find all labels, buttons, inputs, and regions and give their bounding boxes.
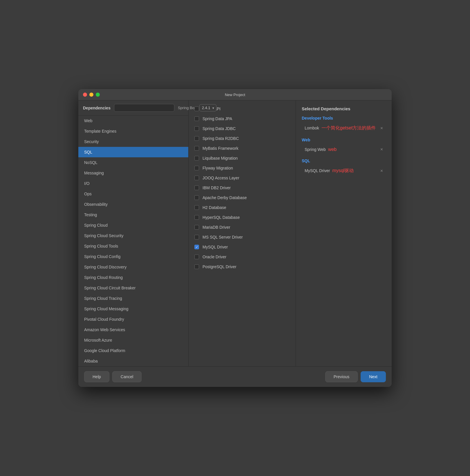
minimize-button[interactable]	[89, 93, 93, 97]
checkbox-spring-data-jpa[interactable]	[194, 116, 199, 121]
title-bar: New Project	[78, 89, 392, 100]
sidebar-item-spring-cloud-discovery[interactable]: Spring Cloud Discovery	[78, 262, 188, 272]
sidebar-item-spring-cloud-tracing[interactable]: Spring Cloud Tracing	[78, 293, 188, 304]
annotation-text: web	[328, 147, 337, 152]
dep-item-h2-database[interactable]: H2 Database	[189, 203, 296, 212]
version-select[interactable]: 2.4.1 2.4.0 2.3.7	[199, 104, 216, 111]
sidebar-item-observability[interactable]: Observability	[78, 199, 188, 210]
sidebar-item-google-cloud-platform[interactable]: Google Cloud Platform	[78, 345, 188, 356]
dep-item-spring-data-jdbc[interactable]: Spring Data JDBC	[189, 124, 296, 134]
dep-group-developer-tools: Developer ToolsLombok一个简化getset方法的插件×	[302, 116, 386, 133]
dep-item-spring-data-r2dbc[interactable]: Spring Data R2DBC	[189, 134, 296, 143]
dep-label-spring-data-jdbc: Spring Data JDBC	[203, 126, 236, 131]
dep-item-mysql-driver[interactable]: MySQL Driver	[189, 242, 296, 252]
checkbox-ibm-db2-driver[interactable]	[194, 185, 199, 190]
remove-dep-button[interactable]: ×	[380, 126, 383, 131]
sidebar-item-spring-cloud-config[interactable]: Spring Cloud Config	[78, 251, 188, 262]
checkbox-apache-derby-database[interactable]	[194, 195, 199, 200]
dep-item-liquibase-migration[interactable]: Liquibase Migration	[189, 153, 296, 163]
traffic-lights	[83, 93, 100, 97]
sidebar-item-ops[interactable]: Ops	[78, 189, 188, 199]
sidebar-item-io[interactable]: I/O	[78, 178, 188, 189]
sidebar-item-template-engines[interactable]: Template Engines	[78, 126, 188, 136]
sidebar-item-spring-cloud-security[interactable]: Spring Cloud Security	[78, 230, 188, 241]
dep-group-sql: SQLMySQL Drivermysql驱动×	[302, 158, 386, 176]
dep-item-apache-derby-database[interactable]: Apache Derby Database	[189, 193, 296, 203]
checkbox-jdbc-api[interactable]	[194, 107, 199, 111]
sidebar-item-spring-cloud-circuit-breaker[interactable]: Spring Cloud Circuit Breaker	[78, 283, 188, 293]
dep-label-jooq-access-layer: JOOQ Access Layer	[203, 176, 239, 180]
footer: Help Cancel Previous Next	[78, 366, 392, 387]
checkbox-jooq-access-layer[interactable]	[194, 176, 199, 180]
dep-item-spring-data-jpa[interactable]: Spring Data JPA	[189, 114, 296, 124]
remove-dep-button[interactable]: ×	[380, 147, 383, 152]
checkbox-ms-sql-server-driver[interactable]	[194, 235, 199, 239]
dep-item-postgresql-driver[interactable]: PostgreSQL Driver	[189, 262, 296, 272]
sidebar-item-sql[interactable]: SQL	[78, 147, 188, 157]
dep-group-name: Web	[302, 138, 386, 142]
checkbox-liquibase-migration[interactable]	[194, 156, 199, 161]
dep-label-flyway-migration: Flyway Migration	[203, 166, 233, 170]
next-button[interactable]: Next	[361, 371, 386, 382]
maximize-button[interactable]	[96, 93, 100, 97]
search-input[interactable]	[114, 104, 174, 112]
dep-item-jooq-access-layer[interactable]: JOOQ Access Layer	[189, 173, 296, 183]
version-select-wrapper: 2.4.1 2.4.0 2.3.7	[199, 104, 216, 111]
checkbox-spring-data-r2dbc[interactable]	[194, 136, 199, 141]
sidebar-item-web[interactable]: Web	[78, 116, 188, 126]
remove-dep-button[interactable]: ×	[380, 169, 383, 173]
dep-item-flyway-migration[interactable]: Flyway Migration	[189, 163, 296, 173]
sidebar-item-spring-cloud-tools[interactable]: Spring Cloud Tools	[78, 241, 188, 251]
sidebar-item-messaging[interactable]: Messaging	[78, 168, 188, 178]
deps-header: Dependencies 🔍 Spring Boot 2.4.1 2.4.0 2…	[78, 100, 188, 116]
sidebar-item-spring-cloud[interactable]: Spring Cloud	[78, 220, 188, 230]
sidebar-item-spring-cloud-messaging[interactable]: Spring Cloud Messaging	[78, 304, 188, 314]
close-button[interactable]	[83, 93, 87, 97]
sidebar-item-amazon-web-services[interactable]: Amazon Web Services	[78, 324, 188, 335]
checkbox-hypersql-database[interactable]	[194, 215, 199, 220]
selected-dep-tag: Spring Webweb×	[302, 145, 386, 154]
dep-item-oracle-driver[interactable]: Oracle Driver	[189, 252, 296, 262]
sidebar-item-microsoft-azure[interactable]: Microsoft Azure	[78, 335, 188, 345]
selected-deps-title: Selected Dependencies	[302, 106, 386, 111]
checkbox-postgresql-driver[interactable]	[194, 264, 199, 269]
dep-label-spring-data-jpa: Spring Data JPA	[203, 116, 232, 121]
left-panel: Dependencies 🔍 Spring Boot 2.4.1 2.4.0 2…	[78, 100, 189, 366]
checkbox-h2-database[interactable]	[194, 205, 199, 210]
dep-item-hypersql-database[interactable]: HyperSQL Database	[189, 212, 296, 222]
annotation-text: 一个简化getset方法的插件	[321, 125, 376, 130]
window-title: New Project	[225, 93, 245, 97]
dep-label-h2-database: H2 Database	[203, 205, 226, 210]
dep-group-web: WebSpring Webweb×	[302, 138, 386, 154]
checkbox-mariadb-driver[interactable]	[194, 225, 199, 230]
checkbox-spring-data-jdbc[interactable]	[194, 126, 199, 131]
selected-dep-label: Spring Web	[305, 147, 326, 152]
help-button[interactable]: Help	[84, 371, 109, 382]
category-list: WebTemplate EnginesSecuritySQLNoSQLMessa…	[78, 116, 188, 366]
checkbox-flyway-migration[interactable]	[194, 166, 199, 170]
dep-item-mariadb-driver[interactable]: MariaDB Driver	[189, 222, 296, 232]
dep-label-liquibase-migration: Liquibase Migration	[203, 156, 238, 161]
dep-label-spring-data-r2dbc: Spring Data R2DBC	[203, 136, 239, 141]
cancel-button[interactable]: Cancel	[112, 371, 142, 382]
dep-item-ibm-db2-driver[interactable]: IBM DB2 Driver	[189, 183, 296, 193]
dep-item-mybatis-framework[interactable]: MyBatis Framework	[189, 143, 296, 153]
checkbox-mybatis-framework[interactable]	[194, 146, 199, 151]
checkbox-oracle-driver[interactable]	[194, 255, 199, 259]
selected-dep-label-wrapper: Lombok一个简化getset方法的插件	[305, 125, 376, 131]
dep-label-mariadb-driver: MariaDB Driver	[203, 225, 230, 230]
sidebar-item-pivotal-cloud-foundry[interactable]: Pivotal Cloud Foundry	[78, 314, 188, 324]
selected-dep-label: MySQL Driver	[305, 168, 330, 173]
sidebar-item-testing[interactable]: Testing	[78, 210, 188, 220]
middle-panel: JDBC APISpring Data JPASpring Data JDBCS…	[189, 100, 296, 366]
sidebar-item-alibaba[interactable]: Alibaba	[78, 356, 188, 366]
selected-dep-tag: Lombok一个简化getset方法的插件×	[302, 123, 386, 133]
sidebar-item-security[interactable]: Security	[78, 136, 188, 147]
sidebar-item-spring-cloud-routing[interactable]: Spring Cloud Routing	[78, 272, 188, 283]
previous-button[interactable]: Previous	[325, 371, 358, 382]
checkbox-mysql-driver[interactable]	[194, 245, 199, 249]
sidebar-item-nosql[interactable]: NoSQL	[78, 157, 188, 168]
dep-label-ms-sql-server-driver: MS SQL Server Driver	[203, 235, 243, 239]
dep-item-ms-sql-server-driver[interactable]: MS SQL Server Driver	[189, 232, 296, 242]
dep-label-apache-derby-database: Apache Derby Database	[203, 195, 247, 200]
